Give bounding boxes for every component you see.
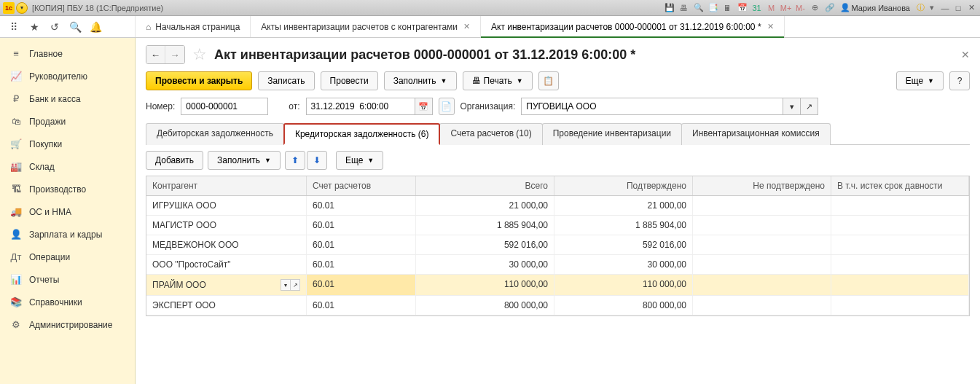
tab-commission[interactable]: Инвентаризационная комиссия	[681, 123, 831, 145]
cell-account: 60.01	[307, 196, 416, 215]
sidebar-item-4[interactable]: 🛒Покупки	[0, 133, 135, 155]
sidebar-item-5[interactable]: 🏭Склад	[0, 155, 135, 178]
fill-button[interactable]: Заполнить▼	[384, 71, 457, 90]
cell-confirmed: 1 885 904,00	[554, 216, 693, 235]
org-open-button[interactable]: ↗	[801, 98, 818, 115]
col-expired[interactable]: В т.ч. истек срок давности	[831, 176, 969, 195]
table-row[interactable]: ЭКСПЕРТ ООО60.01800 000,00800 000,00	[146, 296, 969, 316]
nav-buttons: ← →	[146, 45, 185, 64]
history-icon[interactable]: ↺	[48, 20, 61, 34]
table-more-button[interactable]: Еще▼	[336, 151, 383, 170]
cell-unconfirmed	[693, 255, 831, 274]
move-up-button[interactable]: ⬆	[285, 151, 305, 170]
sidebar-item-7[interactable]: 🚚ОС и НМА	[0, 200, 135, 223]
info-dd-icon[interactable]: ▾	[926, 2, 938, 14]
table-row[interactable]: ИГРУШКА ООО60.0121 000,0021 000,00	[146, 196, 969, 216]
col-unconfirmed[interactable]: Не подтверждено	[693, 176, 831, 195]
calendar-button[interactable]: 📅	[415, 98, 433, 115]
m-icon[interactable]: M	[766, 2, 777, 14]
calendar-icon[interactable]: 📅	[737, 2, 748, 14]
m-minus-icon[interactable]: M-	[795, 2, 807, 14]
table-row[interactable]: ООО "ПростоСайт"60.0130 000,0030 000,00	[146, 255, 969, 275]
sidebar-item-3[interactable]: 🛍Продажи	[0, 110, 135, 133]
user-label[interactable]: 👤Мария Иванова	[840, 3, 910, 12]
date-icon[interactable]: 31	[751, 2, 763, 14]
cell-confirmed: 21 000,00	[554, 196, 693, 215]
app-icon: 1c	[3, 2, 15, 14]
forward-button[interactable]: →	[165, 46, 184, 63]
app-menu-dropdown[interactable]: ▾	[16, 2, 28, 14]
sidebar-item-8[interactable]: 👤Зарплата и кадры	[0, 223, 135, 246]
sidebar-item-12[interactable]: ⚙Администрирование	[0, 313, 135, 336]
favorite-star[interactable]: ☆	[192, 45, 207, 64]
info-icon[interactable]: ⓘ	[914, 2, 926, 14]
close-button[interactable]: ✕	[965, 3, 977, 13]
col-contragent[interactable]: Контрагент	[146, 176, 307, 195]
tab-creditor[interactable]: Кредиторская задолженность (6)	[283, 123, 440, 145]
sidebar-item-0[interactable]: ≡Главное	[0, 42, 135, 65]
row-dropdown-icon[interactable]: ▾	[281, 279, 291, 291]
org-dropdown-button[interactable]: ▾	[783, 98, 801, 115]
tab-acts-list[interactable]: Акты инвентаризации расчетов с контраген…	[251, 16, 481, 37]
cell-expired	[831, 255, 969, 274]
post-close-button[interactable]: Провести и закрыть	[146, 71, 252, 90]
sidebar-item-10[interactable]: 📊Отчеты	[0, 268, 135, 291]
minimize-button[interactable]: —	[939, 3, 951, 13]
sidebar-item-6[interactable]: 🏗Производство	[0, 178, 135, 200]
tab-debitor[interactable]: Дебиторская задолженность	[146, 123, 284, 145]
page-close-icon[interactable]: ✕	[961, 49, 970, 60]
sidebar-item-1[interactable]: 📈Руководителю	[0, 65, 135, 87]
table-fill-button[interactable]: Заполнить▼	[208, 151, 281, 170]
save-icon[interactable]: 💾	[664, 2, 675, 14]
tab-accounts[interactable]: Счета расчетов (10)	[439, 123, 542, 145]
close-icon[interactable]: ✕	[767, 22, 774, 31]
bell-icon[interactable]: 🔔	[89, 20, 102, 34]
table-row[interactable]: МЕДВЕЖОНОК ООО60.01592 016,00592 016,00	[146, 235, 969, 255]
report-icon-button[interactable]: 📋	[538, 71, 559, 90]
col-total[interactable]: Всего	[416, 176, 554, 195]
tab-act-document[interactable]: Акт инвентаризации расчетов 0000-000001 …	[481, 16, 785, 37]
tab-home[interactable]: ⌂Начальная страница	[136, 16, 251, 37]
zoom-icon[interactable]: ⊕	[810, 2, 821, 14]
tab-inventory[interactable]: Проведение инвентаризации	[542, 123, 682, 145]
star-icon[interactable]: ★	[28, 20, 41, 34]
move-down-button[interactable]: ⬇	[307, 151, 327, 170]
row-open-icon[interactable]: ↗	[290, 279, 300, 291]
org-input[interactable]	[521, 98, 783, 115]
maximize-button[interactable]: □	[952, 3, 964, 13]
post-button[interactable]: Провести	[321, 71, 378, 90]
print-icon[interactable]: 🖶	[678, 2, 690, 14]
close-icon[interactable]: ✕	[463, 22, 470, 31]
back-button[interactable]: ←	[146, 46, 165, 63]
link-icon[interactable]: 🔗	[824, 2, 836, 14]
apps-icon[interactable]: ⠿	[7, 20, 20, 34]
search-icon[interactable]: 🔍	[68, 20, 82, 34]
number-input[interactable]	[181, 98, 268, 115]
number-label: Номер:	[146, 101, 175, 111]
preview-icon[interactable]: 🔍	[693, 2, 705, 14]
cell-expired	[831, 216, 969, 235]
sidebar-item-label: Руководителю	[29, 71, 87, 82]
add-button[interactable]: Добавить	[146, 151, 203, 170]
org-label: Организация:	[460, 101, 516, 111]
help-button[interactable]: ?	[949, 71, 970, 90]
content: ← → ☆ Акт инвентаризации расчетов 0000-0…	[136, 38, 980, 384]
cell-expired	[831, 296, 969, 315]
more-button[interactable]: Еще▼	[896, 71, 944, 90]
table-row[interactable]: ПРАЙМ ООО▾↗60.01110 000,00110 000,00	[146, 275, 969, 296]
save-button[interactable]: Записать	[258, 71, 314, 90]
print-button[interactable]: 🖶Печать▼	[463, 71, 533, 90]
table-row[interactable]: МАГИСТР ООО60.011 885 904,001 885 904,00	[146, 216, 969, 235]
col-account[interactable]: Счет расчетов	[307, 176, 416, 195]
m-plus-icon[interactable]: M+	[780, 2, 792, 14]
sidebar-item-label: Операции	[29, 252, 70, 262]
doc-icon-button[interactable]: 📄	[439, 98, 455, 115]
calc-icon[interactable]: 🖩	[722, 2, 734, 14]
sidebar-item-9[interactable]: ДтОперации	[0, 246, 135, 268]
sidebar-icon: 🏭	[10, 161, 22, 172]
sidebar-item-2[interactable]: ₽Банк и касса	[0, 87, 135, 110]
date-input[interactable]	[306, 98, 415, 115]
sidebar-item-11[interactable]: 📚Справочники	[0, 291, 135, 313]
compare-icon[interactable]: 📑	[707, 2, 719, 14]
col-confirmed[interactable]: Подтверждено	[554, 176, 693, 195]
